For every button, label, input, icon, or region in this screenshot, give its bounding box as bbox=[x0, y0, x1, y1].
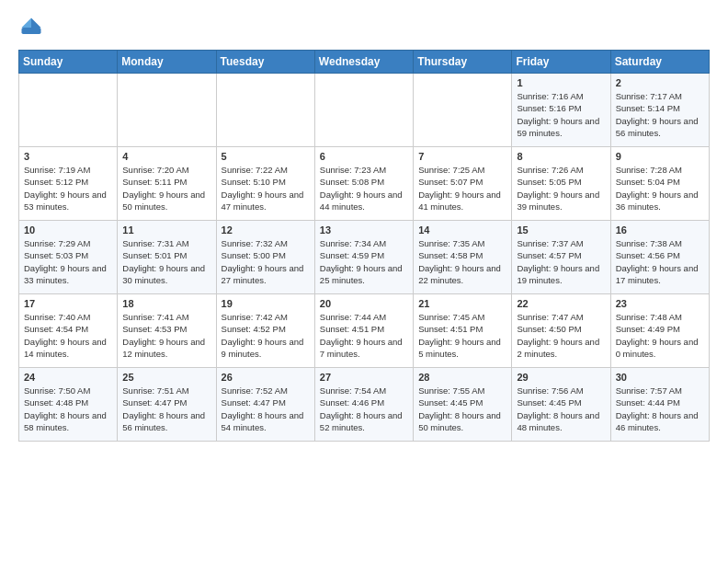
svg-marker-1 bbox=[22, 18, 32, 29]
weekday-row: SundayMondayTuesdayWednesdayThursdayFrid… bbox=[19, 51, 710, 74]
day-info: Sunrise: 7:23 AM Sunset: 5:08 PM Dayligh… bbox=[320, 164, 408, 213]
day-info: Sunrise: 7:20 AM Sunset: 5:11 PM Dayligh… bbox=[122, 164, 210, 213]
calendar-cell: 7Sunrise: 7:25 AM Sunset: 5:07 PM Daylig… bbox=[414, 147, 512, 221]
day-info: Sunrise: 7:22 AM Sunset: 5:10 PM Dayligh… bbox=[222, 164, 310, 213]
day-number: 10 bbox=[24, 224, 112, 236]
day-info: Sunrise: 7:40 AM Sunset: 4:54 PM Dayligh… bbox=[24, 311, 112, 360]
day-number: 24 bbox=[24, 372, 112, 383]
calendar-cell bbox=[118, 74, 216, 147]
calendar-cell: 11Sunrise: 7:31 AM Sunset: 5:01 PM Dayli… bbox=[118, 221, 216, 294]
calendar-cell: 8Sunrise: 7:26 AM Sunset: 5:05 PM Daylig… bbox=[512, 147, 610, 221]
day-info: Sunrise: 7:32 AM Sunset: 5:00 PM Dayligh… bbox=[222, 237, 310, 286]
day-number: 4 bbox=[122, 151, 210, 162]
day-info: Sunrise: 7:50 AM Sunset: 4:48 PM Dayligh… bbox=[24, 385, 112, 433]
day-number: 2 bbox=[616, 77, 704, 88]
calendar-cell: 14Sunrise: 7:35 AM Sunset: 4:58 PM Dayli… bbox=[414, 221, 512, 294]
day-info: Sunrise: 7:47 AM Sunset: 4:50 PM Dayligh… bbox=[517, 311, 605, 360]
day-info: Sunrise: 7:17 AM Sunset: 5:14 PM Dayligh… bbox=[616, 90, 704, 139]
calendar-cell: 28Sunrise: 7:55 AM Sunset: 4:45 PM Dayli… bbox=[414, 368, 512, 442]
page: SundayMondayTuesdayWednesdayThursdayFrid… bbox=[0, 0, 728, 563]
day-info: Sunrise: 7:19 AM Sunset: 5:12 PM Dayligh… bbox=[24, 164, 112, 213]
calendar-cell: 24Sunrise: 7:50 AM Sunset: 4:48 PM Dayli… bbox=[19, 368, 118, 442]
day-number: 14 bbox=[418, 224, 506, 236]
weekday-header: Wednesday bbox=[314, 51, 413, 74]
day-info: Sunrise: 7:41 AM Sunset: 4:53 PM Dayligh… bbox=[122, 311, 210, 360]
day-info: Sunrise: 7:29 AM Sunset: 5:03 PM Dayligh… bbox=[24, 237, 112, 286]
week-row: 17Sunrise: 7:40 AM Sunset: 4:54 PM Dayli… bbox=[19, 294, 710, 368]
day-number: 20 bbox=[320, 298, 408, 309]
week-row: 3Sunrise: 7:19 AM Sunset: 5:12 PM Daylig… bbox=[19, 147, 710, 221]
day-number: 30 bbox=[616, 372, 704, 383]
day-info: Sunrise: 7:48 AM Sunset: 4:49 PM Dayligh… bbox=[616, 311, 704, 360]
day-number: 16 bbox=[616, 224, 704, 236]
day-info: Sunrise: 7:52 AM Sunset: 4:47 PM Dayligh… bbox=[222, 385, 310, 433]
day-number: 17 bbox=[24, 298, 112, 309]
calendar: SundayMondayTuesdayWednesdayThursdayFrid… bbox=[18, 50, 710, 442]
calendar-cell: 9Sunrise: 7:28 AM Sunset: 5:04 PM Daylig… bbox=[610, 147, 709, 221]
day-number: 19 bbox=[222, 298, 310, 309]
week-row: 1Sunrise: 7:16 AM Sunset: 5:16 PM Daylig… bbox=[19, 74, 710, 147]
weekday-header: Monday bbox=[118, 51, 216, 74]
day-info: Sunrise: 7:56 AM Sunset: 4:45 PM Dayligh… bbox=[517, 385, 605, 433]
weekday-header: Tuesday bbox=[216, 51, 314, 74]
logo bbox=[18, 15, 48, 40]
day-number: 28 bbox=[418, 372, 506, 383]
calendar-cell: 19Sunrise: 7:42 AM Sunset: 4:52 PM Dayli… bbox=[216, 294, 314, 368]
calendar-cell: 21Sunrise: 7:45 AM Sunset: 4:51 PM Dayli… bbox=[414, 294, 512, 368]
day-info: Sunrise: 7:44 AM Sunset: 4:51 PM Dayligh… bbox=[320, 311, 408, 360]
calendar-cell: 16Sunrise: 7:38 AM Sunset: 4:56 PM Dayli… bbox=[610, 221, 709, 294]
calendar-cell bbox=[19, 74, 118, 147]
weekday-header: Sunday bbox=[19, 51, 118, 74]
calendar-cell: 12Sunrise: 7:32 AM Sunset: 5:00 PM Dayli… bbox=[216, 221, 314, 294]
day-number: 9 bbox=[616, 151, 704, 162]
day-info: Sunrise: 7:31 AM Sunset: 5:01 PM Dayligh… bbox=[122, 237, 210, 286]
calendar-cell: 27Sunrise: 7:54 AM Sunset: 4:46 PM Dayli… bbox=[314, 368, 413, 442]
day-info: Sunrise: 7:55 AM Sunset: 4:45 PM Dayligh… bbox=[418, 385, 506, 433]
day-number: 27 bbox=[320, 372, 408, 383]
day-number: 29 bbox=[517, 372, 605, 383]
svg-rect-2 bbox=[22, 28, 41, 34]
day-number: 5 bbox=[222, 151, 310, 162]
calendar-cell: 6Sunrise: 7:23 AM Sunset: 5:08 PM Daylig… bbox=[314, 147, 413, 221]
day-number: 3 bbox=[24, 151, 112, 162]
weekday-header: Saturday bbox=[610, 51, 709, 74]
calendar-cell: 1Sunrise: 7:16 AM Sunset: 5:16 PM Daylig… bbox=[512, 74, 610, 147]
day-number: 21 bbox=[418, 298, 506, 309]
day-info: Sunrise: 7:28 AM Sunset: 5:04 PM Dayligh… bbox=[616, 164, 704, 213]
day-info: Sunrise: 7:16 AM Sunset: 5:16 PM Dayligh… bbox=[517, 90, 605, 139]
calendar-cell bbox=[314, 74, 413, 147]
calendar-cell: 2Sunrise: 7:17 AM Sunset: 5:14 PM Daylig… bbox=[610, 74, 709, 147]
calendar-cell: 29Sunrise: 7:56 AM Sunset: 4:45 PM Dayli… bbox=[512, 368, 610, 442]
calendar-cell: 25Sunrise: 7:51 AM Sunset: 4:47 PM Dayli… bbox=[118, 368, 216, 442]
weekday-header: Thursday bbox=[414, 51, 512, 74]
calendar-cell: 10Sunrise: 7:29 AM Sunset: 5:03 PM Dayli… bbox=[19, 221, 118, 294]
day-number: 22 bbox=[517, 298, 605, 309]
calendar-cell: 5Sunrise: 7:22 AM Sunset: 5:10 PM Daylig… bbox=[216, 147, 314, 221]
day-number: 23 bbox=[616, 298, 704, 309]
calendar-cell: 4Sunrise: 7:20 AM Sunset: 5:11 PM Daylig… bbox=[118, 147, 216, 221]
day-number: 25 bbox=[122, 372, 210, 383]
calendar-cell: 20Sunrise: 7:44 AM Sunset: 4:51 PM Dayli… bbox=[314, 294, 413, 368]
day-number: 18 bbox=[122, 298, 210, 309]
calendar-cell bbox=[414, 74, 512, 147]
day-info: Sunrise: 7:51 AM Sunset: 4:47 PM Dayligh… bbox=[122, 385, 210, 433]
day-info: Sunrise: 7:57 AM Sunset: 4:44 PM Dayligh… bbox=[616, 385, 704, 433]
calendar-cell: 17Sunrise: 7:40 AM Sunset: 4:54 PM Dayli… bbox=[19, 294, 118, 368]
calendar-cell: 3Sunrise: 7:19 AM Sunset: 5:12 PM Daylig… bbox=[19, 147, 118, 221]
day-info: Sunrise: 7:37 AM Sunset: 4:57 PM Dayligh… bbox=[517, 237, 605, 286]
day-number: 6 bbox=[320, 151, 408, 162]
calendar-cell: 26Sunrise: 7:52 AM Sunset: 4:47 PM Dayli… bbox=[216, 368, 314, 442]
day-info: Sunrise: 7:25 AM Sunset: 5:07 PM Dayligh… bbox=[418, 164, 506, 213]
calendar-cell: 15Sunrise: 7:37 AM Sunset: 4:57 PM Dayli… bbox=[512, 221, 610, 294]
day-info: Sunrise: 7:54 AM Sunset: 4:46 PM Dayligh… bbox=[320, 385, 408, 433]
header bbox=[18, 15, 710, 40]
calendar-cell bbox=[216, 74, 314, 147]
week-row: 24Sunrise: 7:50 AM Sunset: 4:48 PM Dayli… bbox=[19, 368, 710, 442]
calendar-cell: 22Sunrise: 7:47 AM Sunset: 4:50 PM Dayli… bbox=[512, 294, 610, 368]
day-number: 12 bbox=[222, 224, 310, 236]
day-info: Sunrise: 7:26 AM Sunset: 5:05 PM Dayligh… bbox=[517, 164, 605, 213]
calendar-cell: 23Sunrise: 7:48 AM Sunset: 4:49 PM Dayli… bbox=[610, 294, 709, 368]
svg-marker-0 bbox=[31, 18, 41, 29]
calendar-cell: 18Sunrise: 7:41 AM Sunset: 4:53 PM Dayli… bbox=[118, 294, 216, 368]
day-number: 13 bbox=[320, 224, 408, 236]
